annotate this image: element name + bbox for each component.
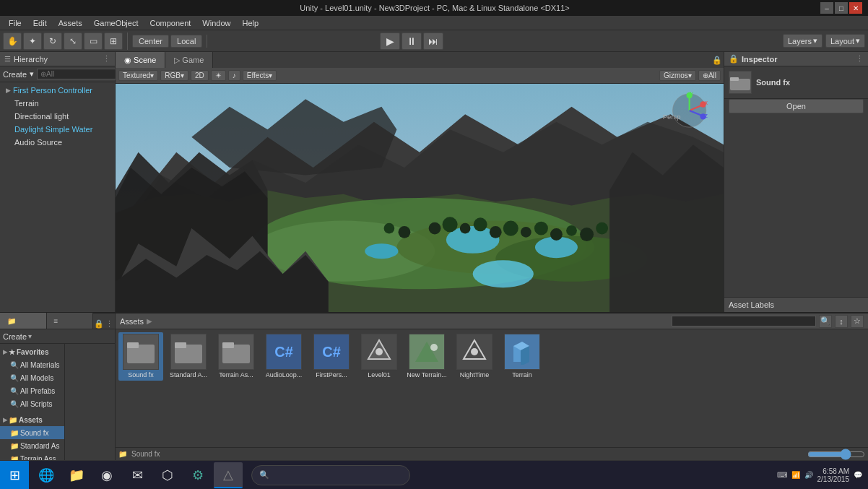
hierarchy-menu-icon[interactable]: ⋮ <box>103 54 110 64</box>
asset-item-firstperson[interactable]: C# FirstPers... <box>309 332 354 381</box>
all-scripts-item[interactable]: 🔍 All Scripts <box>0 397 64 410</box>
panel-menu-icon[interactable]: ⋮ <box>104 319 115 329</box>
asset-item-standard[interactable]: Standard A... <box>166 332 211 381</box>
inspector-options-icon[interactable]: ⋮ <box>856 54 864 64</box>
taskbar-app5[interactable]: ⬡ <box>153 462 182 488</box>
console-tab[interactable]: ≡ Console <box>47 313 94 329</box>
asset-item-nighttime[interactable]: NightTime <box>452 332 497 381</box>
local-toggle[interactable]: Local <box>170 35 202 48</box>
asset-labels-title: Asset Labels <box>729 300 774 309</box>
asset-item-audioloop[interactable]: C# AudioLoop... <box>261 332 306 381</box>
project-create-arrow[interactable]: ▾ <box>28 332 32 340</box>
game-tab[interactable]: ▷ Game <box>165 52 213 68</box>
inspector-panel: 🔒 Inspector ⋮ Sound fx Open <box>724 52 868 312</box>
taskbar-unity[interactable]: △ <box>214 462 243 488</box>
menu-gameobject[interactable]: GameObject <box>88 16 144 30</box>
hierarchy-item[interactable]: Directional light <box>0 110 115 123</box>
gizmos-button[interactable]: Gizmos▾ <box>659 70 696 81</box>
menu-file[interactable]: File <box>3 16 27 30</box>
2d-button[interactable]: 2D <box>191 70 209 81</box>
hand-tool-button[interactable]: ✋ <box>3 33 22 50</box>
hierarchy-item[interactable]: ▶ First Person Controller <box>0 84 115 97</box>
terrain-assets-tree-item[interactable]: 📁 Terrain Ass <box>0 452 64 460</box>
asset-item-level01[interactable]: Level01 <box>357 332 402 381</box>
assets-header[interactable]: ▶ 📁 Assets <box>0 413 64 426</box>
menu-help[interactable]: Help <box>236 16 264 30</box>
textured-dropdown[interactable]: Textured▾ <box>118 70 158 81</box>
all-models-item[interactable]: 🔍 All Models <box>0 371 64 384</box>
all-materials-item[interactable]: 🔍 All Materials <box>0 358 64 371</box>
center-toggle[interactable]: Center <box>132 35 169 48</box>
sort-button[interactable]: ↕ <box>835 315 848 328</box>
hierarchy-item[interactable]: Daylight Simple Water <box>0 123 115 136</box>
inspector-open-button[interactable]: Open <box>729 99 864 113</box>
inspector-lock-icon[interactable]: 🔒 <box>729 54 739 64</box>
svg-point-57 <box>471 348 478 355</box>
scale-tool-button[interactable]: ⤡ <box>64 33 82 50</box>
asset-item-terrain-assets[interactable]: Terrain As... <box>214 332 259 381</box>
menu-window[interactable]: Window <box>196 16 236 30</box>
filter-button[interactable]: ☆ <box>851 315 864 328</box>
step-button[interactable]: ⏭ <box>423 33 443 50</box>
hierarchy-item[interactable]: Audio Source <box>0 136 115 149</box>
pause-button[interactable]: ⏸ <box>402 33 422 50</box>
layout-dropdown[interactable]: Layout ▾ <box>825 34 865 48</box>
level01-label: Level01 <box>368 371 391 379</box>
asset-item-newterrain[interactable]: New Terrain... <box>404 332 449 381</box>
play-button[interactable]: ▶ <box>380 33 400 50</box>
project-create-button[interactable]: Create <box>3 332 27 341</box>
menu-component[interactable]: Component <box>144 16 196 30</box>
minimize-button[interactable]: – <box>820 2 833 14</box>
favorites-header[interactable]: ▶ ★ Favorites <box>0 345 64 358</box>
search-icon-button[interactable]: 🔍 <box>819 315 832 328</box>
hierarchy-create-button[interactable]: Create <box>3 70 27 79</box>
start-button[interactable]: ⊞ <box>0 461 29 490</box>
asset-item-terrain[interactable]: Terrain <box>500 332 544 381</box>
rect-tool-button[interactable]: ▭ <box>84 33 103 50</box>
inspector-asset-icon <box>729 71 752 94</box>
scene-tab[interactable]: ◉ Scene <box>116 52 165 68</box>
panel-lock-icon[interactable]: 🔒 <box>93 319 104 329</box>
asset-item-soundfx[interactable]: Sound fx <box>118 332 163 381</box>
taskbar-explorer[interactable]: 📁 <box>62 462 91 488</box>
all-layers-button[interactable]: ⊕All <box>698 70 721 81</box>
clock[interactable]: 6:58 AM 2/13/2015 <box>817 467 850 483</box>
view-lock-icon[interactable]: 🔒 <box>711 52 724 68</box>
hierarchy-create-arrow[interactable]: ▾ <box>30 69 34 79</box>
hierarchy-item-label: Terrain <box>14 99 39 108</box>
lighting-button[interactable]: ☀ <box>211 70 226 81</box>
all-prefabs-item[interactable]: 🔍 All Prefabs <box>0 384 64 397</box>
audio-button[interactable]: ♪ <box>228 70 240 81</box>
sound-fx-folder-icon: 📁 <box>10 429 19 437</box>
effects-dropdown[interactable]: Effects▾ <box>243 70 277 81</box>
standard-assets-tree-item[interactable]: 📁 Standard As <box>0 439 64 452</box>
transform-tool-button[interactable]: ⊞ <box>104 33 123 50</box>
project-tab-icon: 📁 <box>7 317 16 325</box>
menu-edit[interactable]: Edit <box>27 16 53 30</box>
nighttime-thumb <box>456 334 492 370</box>
viewport[interactable]: x y z Persp <box>116 84 724 312</box>
project-tab[interactable]: 📁 Project <box>0 313 47 329</box>
move-tool-button[interactable]: ✦ <box>23 33 42 50</box>
sound-fx-tree-item[interactable]: 📁 Sound fx <box>0 426 64 439</box>
taskbar-ie[interactable]: 🌐 <box>32 462 61 488</box>
taskbar-search[interactable]: 🔍 <box>251 465 410 485</box>
zoom-slider[interactable] <box>807 450 865 459</box>
layers-dropdown[interactable]: Layers ▾ <box>783 34 823 48</box>
maximize-button[interactable]: □ <box>835 2 848 14</box>
taskbar-chrome[interactable]: ◉ <box>92 462 121 488</box>
svg-point-19 <box>503 221 518 236</box>
rotate-tool-button[interactable]: ↻ <box>43 33 62 50</box>
taskbar-app6[interactable]: ⚙ <box>183 462 212 488</box>
inspector-asset-section: Sound fx <box>724 66 868 99</box>
taskbar: ⊞ 🌐 📁 ◉ ✉ ⬡ ⚙ △ 🔍 ⌨ 📶 🔊 6 <box>0 460 868 489</box>
menu-assets[interactable]: Assets <box>53 16 88 30</box>
cs-icon2: C# <box>322 344 341 360</box>
assets-search-input[interactable] <box>672 316 816 326</box>
close-button[interactable]: ✕ <box>849 2 862 14</box>
rgb-dropdown[interactable]: RGB▾ <box>160 70 188 81</box>
hierarchy-item[interactable]: Terrain <box>0 97 115 110</box>
scene-svg: x y z Persp <box>116 84 724 312</box>
taskbar-outlook[interactable]: ✉ <box>123 462 152 488</box>
notification-icon[interactable]: 💬 <box>854 471 862 479</box>
